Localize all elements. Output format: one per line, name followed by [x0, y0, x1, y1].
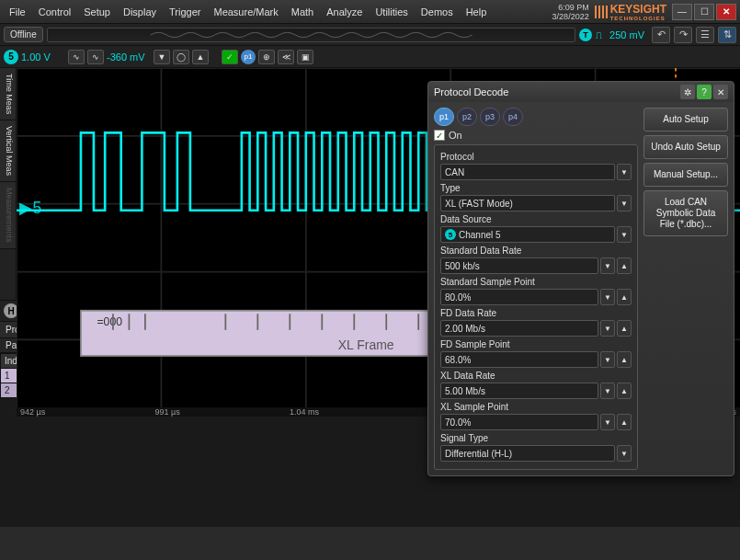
- tab-p2[interactable]: p2: [457, 108, 477, 126]
- fd-rate-input[interactable]: 2.00 Mb/s: [440, 320, 598, 337]
- source-select[interactable]: 5Channel 5: [440, 226, 615, 243]
- xl-sp-input[interactable]: 70.0%: [440, 414, 598, 430]
- std-sp-input[interactable]: 80.0%: [440, 289, 598, 305]
- tab-p1[interactable]: p1: [434, 108, 454, 126]
- offset-down-icon[interactable]: ▼: [154, 50, 170, 64]
- step-up-icon[interactable]: ▲: [617, 320, 632, 337]
- menu-display[interactable]: Display: [118, 3, 162, 21]
- tab-p4[interactable]: p4: [503, 108, 523, 126]
- tab-measurements[interactable]: Measurements: [0, 182, 16, 249]
- menu-control[interactable]: Control: [33, 3, 76, 21]
- side-tabs: Time Meas Vertical Meas Measurements: [0, 68, 17, 300]
- protocol-tabs: p1 p2 p3 p4: [434, 108, 638, 126]
- channel-badge[interactable]: 5: [4, 50, 18, 64]
- menu-demos[interactable]: Demos: [416, 3, 459, 21]
- step-up-icon[interactable]: ▲: [617, 289, 632, 305]
- step-down-icon[interactable]: ▼: [600, 414, 615, 430]
- status-strip: Offline T ⎍ 250 mV ↶ ↷ ☰ ⇅: [0, 24, 740, 46]
- back-icon[interactable]: ≪: [278, 50, 294, 64]
- undo-auto-setup-button[interactable]: Undo Auto Setup: [643, 135, 728, 159]
- tab-time-meas[interactable]: Time Meas: [0, 68, 16, 120]
- coupling-dc-icon[interactable]: ∿: [87, 50, 104, 64]
- vertical-offset[interactable]: -360 mV: [107, 51, 151, 63]
- chevron-down-icon[interactable]: ▼: [617, 445, 632, 462]
- protocol-select[interactable]: CAN: [440, 164, 615, 180]
- panel-close-icon[interactable]: ✕: [713, 85, 728, 99]
- step-up-icon[interactable]: ▲: [617, 257, 632, 274]
- chevron-down-icon[interactable]: ▼: [617, 164, 632, 180]
- protocol-decode-panel: Protocol Decode ✲ ? ✕ p1 p2 p3 p4 ✓ On P…: [427, 81, 734, 476]
- title-bar: File Control Setup Display Trigger Measu…: [0, 0, 740, 24]
- step-down-icon[interactable]: ▼: [600, 257, 615, 274]
- on-checkbox[interactable]: ✓: [434, 130, 445, 141]
- step-down-icon[interactable]: ▼: [600, 351, 615, 368]
- menu-measure[interactable]: Measure/Mark: [208, 3, 283, 21]
- menu-file[interactable]: File: [4, 3, 31, 21]
- step-up-icon[interactable]: ▲: [617, 351, 632, 368]
- step-down-icon[interactable]: ▼: [600, 289, 615, 305]
- undo-icon[interactable]: ↶: [652, 27, 670, 43]
- overview-wave[interactable]: [47, 28, 575, 42]
- tab-vertical-meas[interactable]: Vertical Meas: [0, 120, 16, 182]
- panel-title[interactable]: Protocol Decode ✲ ? ✕: [428, 82, 734, 102]
- fd-sp-input[interactable]: 68.0%: [440, 351, 598, 368]
- std-rate-input[interactable]: 500 kb/s: [440, 257, 598, 274]
- p1-badge[interactable]: p1: [241, 50, 256, 64]
- menu-bar: File Control Setup Display Trigger Measu…: [4, 3, 492, 21]
- check-icon[interactable]: ✓: [222, 50, 238, 64]
- brand-logo: KEYSIGHTTECHNOLOGIES: [595, 3, 666, 21]
- offset-up-icon[interactable]: ▲: [192, 50, 209, 64]
- svg-text:XL Frame: XL Frame: [338, 337, 394, 352]
- menu-math[interactable]: Math: [286, 3, 319, 21]
- tab-p3[interactable]: p3: [480, 108, 500, 126]
- minimize-button[interactable]: —: [672, 4, 692, 20]
- menu-analyze[interactable]: Analyze: [321, 3, 368, 21]
- on-label: On: [449, 130, 462, 141]
- menu-utilities[interactable]: Utilities: [370, 3, 413, 21]
- svg-text:▶5: ▶5: [19, 199, 41, 217]
- mode-pill[interactable]: Offline: [4, 27, 43, 42]
- auto-setup-button[interactable]: Auto Setup: [643, 108, 728, 131]
- step-up-icon[interactable]: ▲: [617, 414, 632, 430]
- clock: 6:09 PM3/28/2022: [552, 3, 589, 21]
- close-button[interactable]: ✕: [716, 4, 736, 20]
- offset-reset-icon[interactable]: ◯: [173, 50, 189, 64]
- gear-icon[interactable]: ✲: [680, 85, 695, 99]
- type-select[interactable]: XL (FAST Mode): [440, 195, 615, 211]
- load-dbc-button[interactable]: Load CAN Symbolic Data File (*.dbc)...: [643, 190, 728, 236]
- help-icon[interactable]: ?: [697, 85, 712, 99]
- tools-icon[interactable]: ☰: [696, 27, 714, 43]
- step-up-icon[interactable]: ▲: [617, 383, 632, 399]
- group-label: Protocol: [440, 152, 632, 162]
- maximize-button[interactable]: ☐: [694, 4, 714, 20]
- manual-setup-button[interactable]: Manual Setup...: [643, 163, 728, 187]
- channel-bar: 5 1.00 V ∿ ∿ -360 mV ▼ ◯ ▲ ✓ p1 ⊕ ≪ ▣: [0, 46, 740, 68]
- step-down-icon[interactable]: ▼: [600, 383, 615, 399]
- trigger-edge-icon: ⎍: [596, 29, 602, 40]
- xl-rate-input[interactable]: 5.00 Mb/s: [440, 383, 598, 399]
- trigger-level[interactable]: 250 mV: [606, 29, 648, 40]
- add-icon[interactable]: ⊕: [258, 50, 275, 64]
- vertical-scale[interactable]: 1.00 V: [21, 51, 65, 63]
- svg-text:=000: =000: [97, 315, 122, 328]
- chevron-down-icon[interactable]: ▼: [617, 195, 632, 211]
- menu-trigger[interactable]: Trigger: [164, 3, 206, 21]
- menu-help[interactable]: Help: [461, 3, 493, 21]
- chevron-down-icon[interactable]: ▼: [617, 226, 632, 243]
- layout-icon[interactable]: ⇅: [718, 27, 736, 43]
- layers-icon[interactable]: ▣: [297, 50, 313, 64]
- menu-setup[interactable]: Setup: [78, 3, 116, 21]
- redo-icon[interactable]: ↷: [674, 27, 692, 43]
- step-down-icon[interactable]: ▼: [600, 320, 615, 337]
- signal-type-select[interactable]: Differential (H-L): [440, 445, 615, 462]
- trigger-badge[interactable]: T: [579, 29, 592, 41]
- coupling-ac-icon[interactable]: ∿: [68, 50, 85, 64]
